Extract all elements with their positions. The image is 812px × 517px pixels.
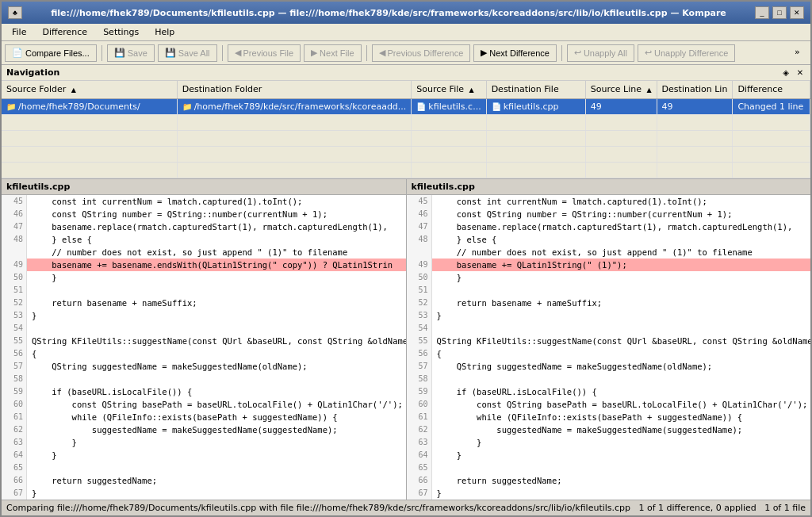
code-line: 56{ [407,347,811,360]
line-content: if (baseURL.isLocalFile()) { [27,385,406,398]
line-content: QString KFileUtils::suggestName(const QU… [432,335,811,347]
menu-file[interactable]: File [5,25,33,40]
menu-help[interactable]: Help [147,25,182,40]
nav-empty-cell [657,146,733,162]
col-header-difference[interactable]: Difference [733,81,810,98]
line-number: 61 [2,411,27,423]
nav-table-empty-row [2,130,810,146]
line-number: 49 [407,258,432,271]
code-line: 59 if (baseURL.isLocalFile()) { [407,385,811,398]
main-window: ♣ file:///home/fhek789/Documents/kfileut… [0,0,812,517]
right-code-body[interactable]: 45 const int currentNum = lmatch.capture… [407,195,811,500]
menu-settings[interactable]: Settings [96,25,146,40]
code-line: 47 basename.replace(rmatch.capturedStart… [407,220,811,233]
code-line: 53} [2,309,406,322]
code-line: 47 basename.replace(rmatch.capturedStart… [2,220,406,233]
code-line: 54 [407,322,811,335]
nav-empty-cell [2,114,177,130]
nav-table-empty-row [2,162,810,178]
line-content: if (baseURL.isLocalFile()) { [432,385,811,398]
line-content: { [432,347,811,360]
nav-table-row[interactable]: 📁/home/fhek789/Documents/📁/home/fhek789/… [2,98,810,114]
line-content: // number does not exist, so just append… [432,246,811,258]
code-line: 66 return suggestedName; [2,474,406,487]
unapply-all-button[interactable]: ↩ Unapply All [567,44,634,62]
status-left: Comparing file:///home/fhek789/Documents… [6,503,630,513]
nav-cell-source-line: 49 [585,98,657,114]
line-content: } [432,487,811,500]
navigation-header: Navigation ◈ ✕ [2,65,810,81]
line-number: 45 [2,195,27,208]
nav-empty-cell [2,130,177,146]
next-diff-button[interactable]: ▶ Next Difference [473,44,557,62]
previous-diff-button[interactable]: ◀ Previous Difference [372,44,471,62]
save-button[interactable]: 💾 Save [107,44,155,62]
right-code-pane: kfileutils.cpp 45 const int currentNum =… [407,179,811,500]
compare-files-button[interactable]: 📄 Compare Files... [5,44,97,62]
left-pane-filename: kfileutils.cpp [6,182,70,192]
minimize-btn[interactable]: _ [755,6,769,19]
line-content: basename.replace(rmatch.capturedStart(1)… [432,220,811,233]
previous-file-button[interactable]: ◀ Previous File [228,44,301,62]
save-all-button[interactable]: 💾 Save All [158,44,217,62]
compare-files-label: Compare Files... [25,48,90,58]
code-line: 65 [2,461,406,474]
next-file-button[interactable]: ▶ Next File [304,44,361,62]
menu-difference[interactable]: Difference [35,25,94,40]
navigation-table: Source Folder ▲ Destination Folder Sourc… [2,81,810,178]
col-header-source-folder[interactable]: Source Folder ▲ [2,81,177,98]
line-number: 58 [407,373,432,385]
code-line: 55QString KFileUtils::suggestName(const … [407,335,811,347]
line-number: 66 [407,474,432,487]
left-code-body[interactable]: 45 const int currentNum = lmatch.capture… [2,195,406,500]
code-line: 64 } [407,449,811,461]
window-right-controls: _ □ ✕ [755,6,804,19]
next-file-label: Next File [320,48,354,58]
status-bar: Comparing file:///home/fhek789/Documents… [2,500,810,515]
line-content: } [432,436,811,449]
next-diff-label: Next Difference [489,48,550,58]
nav-empty-cell [486,130,585,146]
line-content: const QString basePath = baseURL.toLocal… [27,398,406,411]
code-line: 53} [407,309,811,322]
nav-table-header-row: Source Folder ▲ Destination Folder Sourc… [2,81,810,98]
nav-empty-cell [585,162,657,178]
nav-table-empty-row [2,146,810,162]
navigation-title: Navigation [6,67,59,78]
nav-empty-cell [2,162,177,178]
line-content [27,284,406,297]
close-btn[interactable]: ✕ [790,6,804,19]
col-header-source-file[interactable]: Source File ▲ [412,81,486,98]
nav-cell-dest-file: 📄kfileutils.cpp [486,98,585,114]
code-line: 61 while (QFileInfo::exists(basePath + s… [2,411,406,423]
maximize-btn[interactable]: □ [772,6,787,19]
nav-empty-cell [585,114,657,130]
line-content: QString suggestedName = makeSuggestedNam… [432,360,811,373]
nav-cell-source-folder: 📁/home/fhek789/Documents/ [2,98,177,114]
col-header-source-line[interactable]: Source Line ▲ [585,81,657,98]
toolbar-expand-btn[interactable]: » [795,47,807,59]
nav-close-btn[interactable]: ✕ [795,67,806,79]
nav-empty-cell [412,146,486,162]
line-number: 51 [2,284,27,297]
code-line: 46 const QString number = QString::numbe… [407,208,811,220]
line-number [407,246,432,258]
main-content: kfileutils.cpp 45 const int currentNum =… [2,179,810,500]
code-line: 62 suggestedName = makeSuggestedName(sug… [2,423,406,436]
line-number: 55 [407,335,432,347]
window-icon-btn[interactable]: ♣ [8,6,22,19]
unapply-diff-button[interactable]: ↩ Unapply Difference [638,44,735,62]
nav-empty-cell [486,114,585,130]
code-line: 63 } [407,436,811,449]
line-number: 48 [2,233,27,246]
line-number: 57 [407,360,432,373]
code-line: 61 while (QFileInfo::exists(basePath + s… [407,411,811,423]
right-pane-header: kfileutils.cpp [407,179,811,195]
unapply-diff-label: Unapply Difference [654,48,728,58]
line-content: } else { [432,233,811,246]
col-header-destination-folder[interactable]: Destination Folder [177,81,412,98]
col-header-destination-line[interactable]: Destination Lin [657,81,733,98]
col-header-destination-file[interactable]: Destination File [486,81,585,98]
nav-float-btn[interactable]: ◈ [780,67,791,79]
line-content: while (QFileInfo::exists(basePath + sugg… [27,411,406,423]
